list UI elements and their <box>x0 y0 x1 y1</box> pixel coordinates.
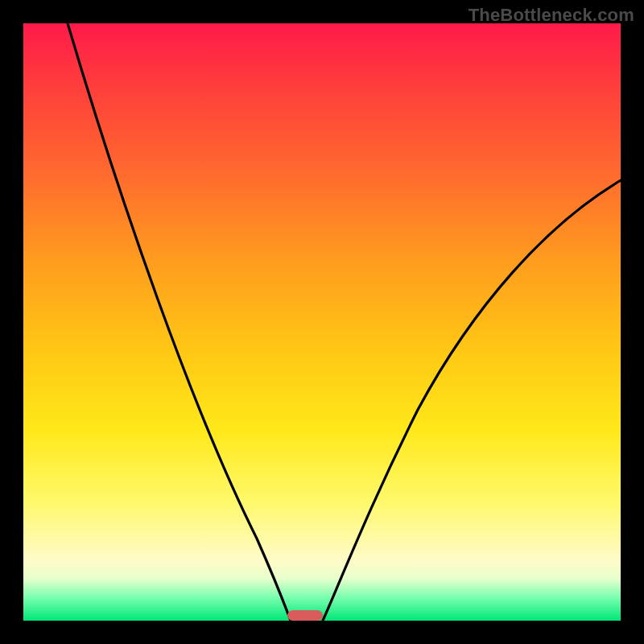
curve-left-branch <box>68 23 291 621</box>
watermark-text: TheBottleneck.com <box>469 5 634 26</box>
optimal-marker <box>287 610 323 621</box>
plot-area <box>23 23 621 621</box>
bottleneck-curve <box>23 23 621 621</box>
chart-frame: TheBottleneck.com <box>0 0 644 644</box>
curve-right-branch <box>323 180 621 621</box>
